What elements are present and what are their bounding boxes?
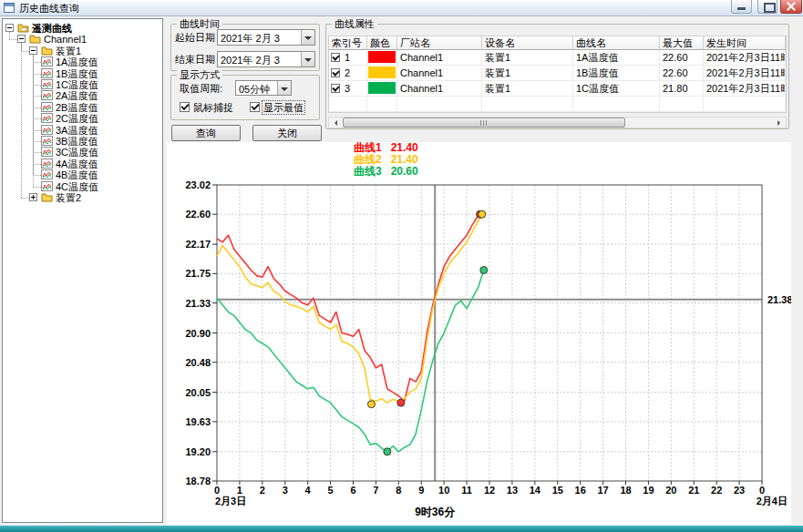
chart-label: 22.60 [185, 209, 211, 220]
table-horizontal-scrollbar[interactable] [328, 117, 787, 128]
row-checkbox-index[interactable]: 1 [329, 50, 367, 66]
time-group-title: 曲线时间 [177, 18, 222, 29]
tree-item-4C温度值[interactable]: 4C温度值 [3, 181, 162, 192]
chart-label: 18.78 [185, 476, 211, 486]
window-title: 历史曲线查询 [19, 2, 79, 15]
tree-item-3A温度值[interactable]: 3A温度值 [3, 125, 162, 136]
minimize-button[interactable] [731, 0, 752, 14]
start-date-label: 起始日期 [175, 32, 215, 43]
checked-checkbox-icon[interactable] [331, 84, 340, 93]
chart-label: 0 [214, 485, 220, 496]
tree-item-装置1[interactable]: 装置1 [3, 46, 162, 56]
scroll-left-icon[interactable] [329, 118, 341, 128]
checked-checkbox-icon[interactable] [331, 68, 340, 77]
tree-item-3C温度值[interactable]: 3C温度值 [3, 147, 162, 158]
tree-item-1A温度值[interactable]: 1A温度值 [3, 56, 162, 67]
chart-label: 4 [305, 485, 312, 496]
curve-color-swatch [367, 50, 397, 66]
chart-label: 14 [530, 485, 541, 496]
chevron-down-icon[interactable] [301, 52, 314, 66]
scroll-right-icon[interactable] [774, 118, 786, 128]
start-date-select[interactable]: 2021年 2月 3 [217, 29, 315, 46]
show-extremes-checkbox[interactable] [250, 102, 260, 112]
tree-item-2A温度值[interactable]: 2A温度值 [3, 90, 162, 101]
tree-item-4A温度值[interactable]: 4A温度值 [3, 159, 162, 169]
chart-label: 21.38 [767, 294, 791, 305]
column-header-曲线名[interactable]: 曲线名 [573, 36, 660, 50]
chart-label: 20.48 [185, 357, 211, 368]
period-select[interactable]: 05分钟 [235, 80, 292, 96]
tree-item-装置2[interactable]: 装置2 [3, 192, 162, 203]
table-row-3[interactable]: 3Channel1装置11C温度值21.802021年2月3日11时55 [329, 81, 786, 97]
maximize-button[interactable] [757, 0, 777, 14]
chevron-down-icon[interactable] [277, 81, 291, 95]
cell-设备名: 装置1 [482, 50, 573, 66]
cell-厂站名: Channel1 [397, 66, 482, 81]
tree-item-4B温度值[interactable]: 4B温度值 [3, 169, 162, 180]
collapse-icon[interactable] [17, 35, 26, 43]
row-checkbox-index[interactable]: 2 [329, 66, 367, 81]
trend-chart[interactable]: 曲线121.40曲线221.40曲线320.60 23.0222.6022.17… [167, 142, 791, 525]
curve-icon [41, 181, 53, 191]
tree-item-2C温度值[interactable]: 2C温度值 [3, 113, 162, 124]
chart-label: 19 [643, 485, 654, 496]
chart-label: 3 [283, 485, 288, 496]
table-row-1[interactable]: 1Channel1装置11A温度值22.602021年2月3日11时35 [329, 50, 786, 66]
scrollbar-thumb[interactable] [343, 118, 625, 128]
chart-label: 0 [759, 485, 765, 496]
collapse-icon[interactable] [29, 46, 37, 55]
curve-icon [41, 136, 53, 146]
end-date-label: 结束日期 [175, 54, 215, 65]
tree-item-Channel1[interactable]: Channel1 [3, 34, 162, 45]
column-header-厂站名[interactable]: 厂站名 [397, 36, 482, 50]
chart-label: 20.05 [185, 387, 211, 398]
chart-label: 2 [260, 485, 265, 496]
curve-icon [41, 102, 53, 112]
curve-icon [41, 113, 53, 123]
chart-label: 9 [418, 485, 424, 496]
chart-label: 19.20 [185, 446, 211, 457]
tree-item-2B温度值[interactable]: 2B温度值 [3, 102, 162, 113]
cell-厂站名: Channel1 [397, 50, 482, 66]
curve-icon [41, 90, 53, 100]
mouse-capture-checkbox[interactable] [180, 102, 190, 112]
collapse-icon[interactable] [5, 24, 14, 32]
expand-icon[interactable] [29, 193, 37, 201]
period-value: 05分钟 [239, 83, 270, 97]
tree-item-label: 3C温度值 [56, 147, 98, 158]
display-group-title: 显示方式 [177, 69, 222, 80]
column-header-最大值[interactable]: 最大值 [660, 36, 704, 50]
query-button[interactable]: 查询 [171, 125, 241, 141]
row-checkbox-index[interactable]: 3 [329, 81, 367, 97]
tree-item-label: 1A温度值 [56, 56, 98, 67]
tree-item-1B温度值[interactable]: 1B温度值 [3, 68, 162, 79]
tree-item-3B温度值[interactable]: 3B温度值 [3, 136, 162, 147]
chart-canvas[interactable]: 23.0222.6022.1721.7521.3320.9020.4820.05… [167, 142, 791, 525]
chart-label: 8 [396, 485, 401, 496]
column-header-索引号[interactable]: 索引号 [329, 36, 367, 50]
table-row-2[interactable]: 2Channel1装置11B温度值22.602021年2月3日11时40 [329, 66, 786, 81]
desktop-edge [0, 526, 803, 532]
title-bar[interactable]: 历史曲线查询 [0, 0, 803, 16]
chart-label: 1 [237, 485, 242, 496]
chart-label: 21.33 [185, 298, 211, 309]
curve-1-min-marker [397, 399, 405, 406]
checked-checkbox-icon[interactable] [331, 53, 340, 62]
chart-label: 16 [575, 485, 586, 496]
chevron-down-icon[interactable] [301, 30, 314, 45]
curve-properties-title: 曲线属性 [332, 18, 377, 29]
tree-item-1C温度值[interactable]: 1C温度值 [3, 79, 162, 90]
end-date-select[interactable]: 2021年 2月 3 [217, 51, 315, 67]
column-header-发生时间[interactable]: 发生时间 [704, 36, 786, 50]
column-header-颜色[interactable]: 颜色 [367, 36, 397, 50]
column-header-设备名[interactable]: 设备名 [482, 36, 573, 50]
curve-tree-panel[interactable]: 遥测曲线Channel1装置11A温度值1B温度值1C温度值2A温度值2B温度值… [2, 18, 163, 523]
curve-properties-table[interactable]: 索引号颜色厂站名设备名曲线名最大值发生时间1Channel1装置11A温度值22… [328, 36, 787, 113]
close-button[interactable]: 关闭 [252, 125, 322, 141]
empty-row [329, 97, 786, 112]
chart-label: 11 [461, 485, 472, 496]
chart-label: 21 [688, 485, 699, 496]
tree-item-遥测曲线[interactable]: 遥测曲线 [3, 23, 162, 34]
chart-label: 6 [350, 485, 355, 496]
close-icon[interactable] [780, 0, 802, 14]
